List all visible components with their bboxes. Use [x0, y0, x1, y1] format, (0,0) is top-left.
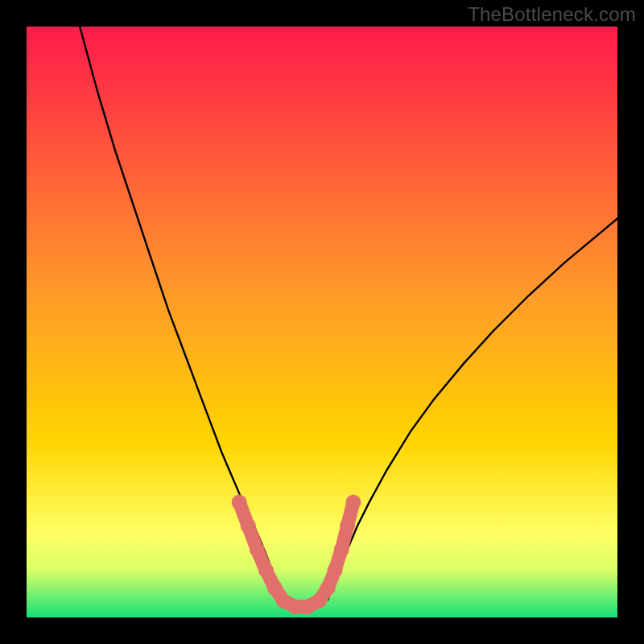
watermark-text: TheBottleneck.com [468, 3, 636, 26]
highlight-dot [241, 518, 256, 534]
highlight-dot [232, 494, 247, 510]
highlight-dot [258, 563, 274, 578]
highlight-dot [340, 518, 355, 534]
highlight-dot [320, 580, 336, 596]
highlight-dot [334, 542, 349, 557]
gradient-background [27, 27, 617, 617]
highlight-dot [267, 580, 283, 596]
highlight-dot [328, 563, 343, 578]
highlight-dot [345, 494, 361, 510]
chart-frame: TheBottleneck.com [0, 0, 644, 644]
highlight-dot [312, 593, 327, 609]
bottleneck-chart [0, 0, 644, 644]
highlight-dot [250, 542, 265, 557]
